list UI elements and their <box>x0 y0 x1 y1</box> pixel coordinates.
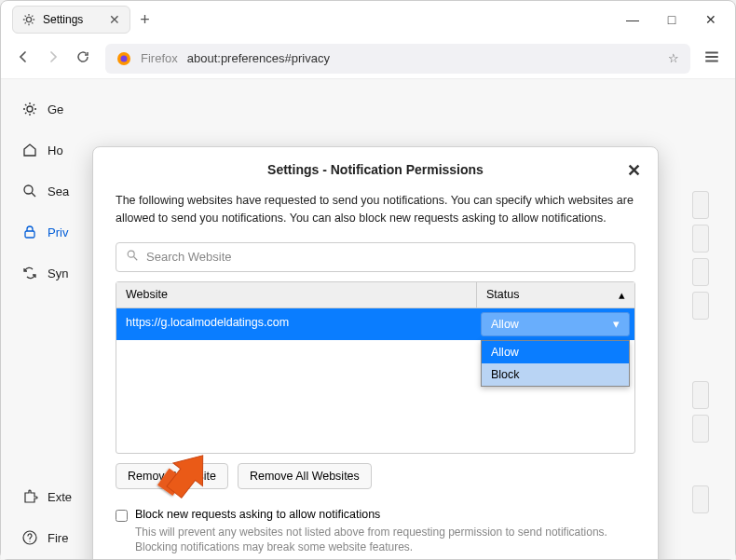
col-status-label: Status <box>486 288 519 301</box>
svg-point-7 <box>128 251 134 257</box>
content-area: Ge Ho Sea Priv Syn Exte <box>1 79 735 559</box>
status-dropdown[interactable]: Allow ▾ <box>481 312 630 336</box>
search-placeholder: Search Website <box>146 250 232 264</box>
tab-close-icon[interactable]: ✕ <box>109 12 120 27</box>
maximize-button[interactable]: □ <box>664 12 679 27</box>
forward-button[interactable] <box>46 49 62 68</box>
svg-point-2 <box>121 55 128 61</box>
block-new-requests-row: Block new requests asking to allow notif… <box>116 508 635 556</box>
cell-status: Allow ▾ Allow Block <box>476 308 634 340</box>
chevron-down-icon: ▾ <box>613 317 620 331</box>
table-actions: Remove Website Remove All Websites <box>116 463 635 489</box>
svg-point-0 <box>26 17 31 21</box>
search-icon <box>126 249 139 265</box>
modal-title-bar: Settings - Notification Permissions ✕ <box>116 162 635 184</box>
status-dropdown-list: Allow Block <box>481 340 630 387</box>
sort-arrow-icon: ▴ <box>619 288 625 302</box>
notification-permissions-modal: Settings - Notification Permissions ✕ Th… <box>92 146 659 559</box>
minimize-button[interactable]: — <box>625 12 640 27</box>
modal-title: Settings - Notification Permissions <box>267 162 484 177</box>
search-website-input[interactable]: Search Website <box>116 242 635 272</box>
menu-button[interactable] <box>703 48 720 69</box>
back-button[interactable] <box>16 49 33 68</box>
status-value: Allow <box>491 318 519 331</box>
dropdown-option-block[interactable]: Block <box>482 363 629 386</box>
reload-button[interactable] <box>75 49 92 68</box>
window-controls: — □ ✕ <box>625 12 728 27</box>
table-row[interactable]: https://g.localmodeldatings.com Allow ▾ … <box>116 308 634 340</box>
block-new-requests-desc: This will prevent any websites not liste… <box>135 525 635 556</box>
modal-close-button[interactable]: ✕ <box>627 160 641 181</box>
remove-all-websites-button[interactable]: Remove All Websites <box>238 463 372 489</box>
bookmark-star-icon[interactable]: ☆ <box>668 51 679 65</box>
remove-website-button[interactable]: Remove Website <box>116 463 228 489</box>
cell-website: https://g.localmodeldatings.com <box>116 308 476 340</box>
block-new-requests-checkbox[interactable] <box>116 510 128 522</box>
browser-window: Settings ✕ + — □ ✕ Firefox about:prefere… <box>0 0 736 560</box>
window-close-button[interactable]: ✕ <box>703 12 718 27</box>
table-header: Website Status ▴ <box>116 282 634 308</box>
titlebar: Settings ✕ + — □ ✕ <box>1 1 735 38</box>
settings-icon <box>22 13 35 26</box>
dropdown-option-allow[interactable]: Allow <box>482 341 629 363</box>
block-new-requests-label: Block new requests asking to allow notif… <box>135 508 635 521</box>
permissions-table: Website Status ▴ https://g.localmodeldat… <box>116 281 635 454</box>
url-label: Firefox <box>141 51 178 65</box>
new-tab-button[interactable]: + <box>140 10 150 30</box>
toolbar: Firefox about:preferences#privacy ☆ <box>1 38 735 79</box>
tab-settings[interactable]: Settings ✕ <box>12 6 130 34</box>
tab-title: Settings <box>43 13 83 26</box>
url-value: about:preferences#privacy <box>187 51 330 65</box>
firefox-icon <box>116 51 131 66</box>
col-header-website[interactable]: Website <box>116 282 476 307</box>
address-bar[interactable]: Firefox about:preferences#privacy ☆ <box>105 44 690 74</box>
modal-description: The following websites have requested to… <box>116 192 635 227</box>
col-header-status[interactable]: Status ▴ <box>476 282 634 307</box>
